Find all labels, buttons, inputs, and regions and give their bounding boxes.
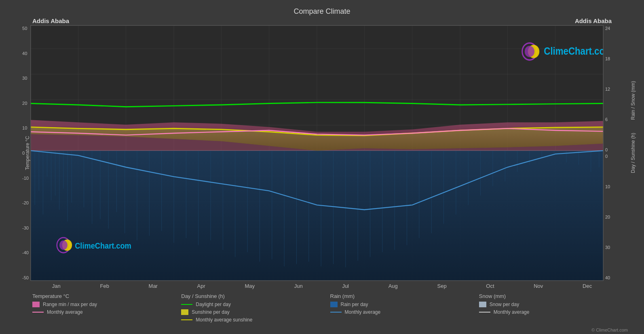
- legend-title-temperature: Temperature °C: [32, 293, 181, 299]
- legend-swatch-sunshine: [181, 309, 188, 315]
- legend-swatch-snow: [479, 302, 486, 307]
- location-left: Addis Ababa: [32, 17, 69, 24]
- legend-label-monthly-avg-rain: Monthly average: [345, 309, 381, 315]
- svg-text:ClimeChart.com: ClimeChart.com: [544, 45, 603, 57]
- legend-area: Temperature °C Range min / max per day M…: [8, 289, 636, 327]
- legend-group-snow: Snow (mm) Snow per day Monthly average: [479, 293, 628, 325]
- legend-title-sunshine: Day / Sunshine (h): [181, 293, 330, 299]
- y-axis-right-bottom-label: Rain / Snow (mm): [630, 81, 636, 120]
- legend-line-monthly-avg-snow: [479, 312, 490, 313]
- y-axis-left: Temperature °C 50 40 30 20 10 0 -10 -20 …: [8, 25, 30, 281]
- legend-line-monthly-avg-sunshine: [181, 319, 192, 320]
- svg-point-88: [59, 240, 68, 250]
- legend-label-monthly-avg-temp: Monthly average: [47, 309, 83, 315]
- legend-line-monthly-avg-temp: [32, 312, 44, 313]
- chart-title: Compare Climate: [8, 4, 636, 17]
- legend-group-temperature: Temperature °C Range min / max per day M…: [32, 293, 181, 325]
- x-axis: Jan Feb Mar Apr May Jun Jul Aug Sep Oct …: [8, 281, 636, 289]
- location-right: Addis Ababa: [575, 17, 612, 24]
- chart-area: Temperature °C 50 40 30 20 10 0 -10 -20 …: [8, 25, 636, 281]
- legend-label-snow-day: Snow per day: [490, 302, 519, 307]
- chart-inner: ClimeChart.com ClimeChart.com: [30, 25, 604, 281]
- legend-title-snow: Snow (mm): [479, 293, 628, 299]
- legend-item-snow-day: Snow per day: [479, 302, 628, 307]
- legend-item-monthly-avg-rain: Monthly average: [330, 309, 479, 315]
- legend-item-monthly-avg-temp: Monthly average: [32, 309, 181, 315]
- copyright-label: © ClimeChart.com: [8, 327, 636, 334]
- legend-item-sunshine-swatch: Sunshine per day: [181, 309, 330, 315]
- legend-item-range: Range min / max per day: [32, 302, 181, 307]
- y-axis-right: 24 18 12 6 0 Day / Sunshine (h) 0 10 20 …: [604, 25, 636, 281]
- location-header: Addis Ababa Addis Ababa: [8, 17, 636, 24]
- legend-swatch-rain: [330, 302, 338, 307]
- legend-swatch-range: [32, 302, 40, 307]
- legend-item-daylight: Daylight per day: [181, 302, 330, 307]
- legend-line-monthly-avg-rain: [330, 312, 342, 313]
- svg-text:ClimeChart.com: ClimeChart.com: [75, 240, 131, 250]
- legend-title-rain: Rain (mm): [330, 293, 479, 299]
- legend-item-monthly-avg-sunshine: Monthly average sunshine: [181, 317, 330, 323]
- legend-group-rain: Rain (mm) Rain per day Monthly average: [330, 293, 479, 325]
- svg-point-84: [525, 46, 534, 57]
- main-container: Compare Climate Addis Ababa Addis Ababa …: [0, 0, 644, 334]
- legend-label-monthly-avg-snow: Monthly average: [494, 309, 530, 315]
- y-axis-right-top-label: Day / Sunshine (h): [630, 133, 636, 173]
- legend-line-daylight: [181, 304, 192, 305]
- legend-item-monthly-avg-snow: Monthly average: [479, 309, 628, 315]
- legend-group-sunshine: Day / Sunshine (h) Daylight per day Suns…: [181, 293, 330, 325]
- legend-item-rain-day: Rain per day: [330, 302, 479, 307]
